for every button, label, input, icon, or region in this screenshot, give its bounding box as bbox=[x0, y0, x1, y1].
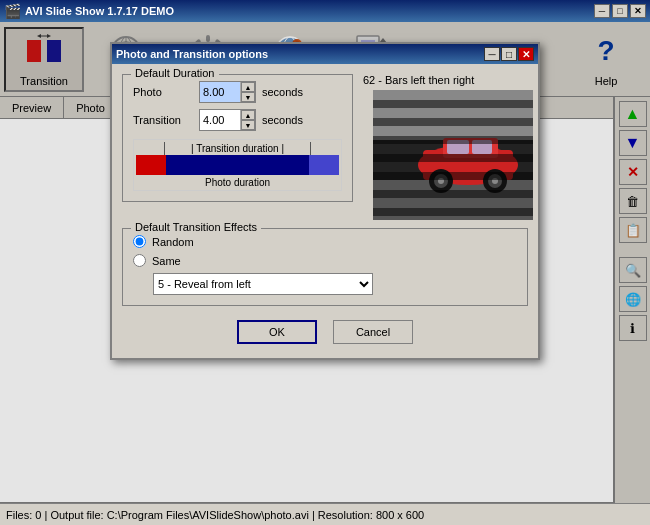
transition-input-container: ▲ ▼ bbox=[199, 109, 256, 131]
transition-spinners: ▲ ▼ bbox=[240, 110, 255, 130]
preview-image bbox=[373, 90, 533, 220]
dialog-body: Default Duration Photo ▲ ▼ s bbox=[112, 64, 538, 358]
photo-spinners: ▲ ▼ bbox=[240, 82, 255, 102]
minimize-button[interactable]: ─ bbox=[594, 4, 610, 18]
close-button[interactable]: ✕ bbox=[630, 4, 646, 18]
ok-button[interactable]: OK bbox=[237, 320, 317, 344]
title-bar: 🎬 AVI Slide Show 1.7.17 DEMO ─ □ ✕ bbox=[0, 0, 650, 22]
dialog-titlebar: Photo and Transition options ─ □ ✕ bbox=[112, 44, 538, 64]
transition-effects-group: Default Transition Effects Random Same 5… bbox=[122, 228, 528, 306]
svg-rect-34 bbox=[373, 90, 533, 140]
title-bar-buttons: ─ □ ✕ bbox=[594, 4, 646, 18]
photo-row: Photo ▲ ▼ seconds bbox=[133, 81, 342, 103]
dropdown-row: 5 - Reveal from left 1 - None 2 - Fade 3… bbox=[133, 273, 517, 295]
duration-bar bbox=[136, 155, 339, 175]
bar-transition-left bbox=[136, 155, 166, 175]
default-duration-group: Default Duration Photo ▲ ▼ s bbox=[122, 74, 353, 202]
app-title: AVI Slide Show 1.7.17 DEMO bbox=[25, 5, 174, 17]
title-bar-left: 🎬 AVI Slide Show 1.7.17 DEMO bbox=[4, 3, 174, 19]
transition-spin-down[interactable]: ▼ bbox=[241, 120, 255, 130]
transition-dropdown[interactable]: 5 - Reveal from left 1 - None 2 - Fade 3… bbox=[153, 273, 373, 295]
maximize-button[interactable]: □ bbox=[612, 4, 628, 18]
two-col-section: Default Duration Photo ▲ ▼ s bbox=[122, 74, 528, 220]
svg-rect-50 bbox=[373, 172, 533, 180]
app-icon: 🎬 bbox=[4, 3, 21, 19]
dialog-minimize-button[interactable]: ─ bbox=[484, 47, 500, 61]
duration-visual: | Transition duration | Photo duration bbox=[133, 139, 342, 191]
photo-spin-down[interactable]: ▼ bbox=[241, 92, 255, 102]
svg-rect-52 bbox=[373, 208, 533, 216]
transition-row-label: Transition bbox=[133, 114, 193, 126]
bar-transition-right bbox=[309, 155, 339, 175]
transition-unit: seconds bbox=[262, 114, 303, 126]
same-label: Same bbox=[152, 255, 181, 267]
same-radio[interactable] bbox=[133, 254, 146, 267]
status-text: Files: 0 | Output file: C:\Program Files… bbox=[6, 509, 424, 521]
photo-spin-up[interactable]: ▲ bbox=[241, 82, 255, 92]
dialog-maximize-button[interactable]: □ bbox=[501, 47, 517, 61]
svg-rect-47 bbox=[373, 118, 533, 126]
dialog-title-buttons: ─ □ ✕ bbox=[484, 47, 534, 61]
transition-effects-label: Default Transition Effects bbox=[131, 221, 261, 233]
photo-unit: seconds bbox=[262, 86, 303, 98]
svg-rect-51 bbox=[373, 190, 533, 198]
same-radio-row: Same bbox=[133, 254, 517, 267]
random-radio[interactable] bbox=[133, 235, 146, 248]
transition-spin-up[interactable]: ▲ bbox=[241, 110, 255, 120]
photo-input-container: ▲ ▼ bbox=[199, 81, 256, 103]
transition-value-input[interactable] bbox=[200, 110, 240, 130]
duration-group-label: Default Duration bbox=[131, 67, 219, 79]
photo-duration-label: Photo duration bbox=[136, 177, 339, 188]
transition-input-row: Transition ▲ ▼ seconds bbox=[133, 109, 342, 131]
dialog-title: Photo and Transition options bbox=[116, 48, 268, 60]
dialog: Photo and Transition options ─ □ ✕ Defau… bbox=[110, 42, 540, 360]
modal-overlay: Photo and Transition options ─ □ ✕ Defau… bbox=[0, 22, 650, 503]
bar-photo bbox=[166, 155, 309, 175]
photo-label: Photo bbox=[133, 86, 193, 98]
random-label: Random bbox=[152, 236, 194, 248]
preview-box bbox=[373, 90, 533, 220]
svg-rect-46 bbox=[373, 100, 533, 108]
status-bar: Files: 0 | Output file: C:\Program Files… bbox=[0, 503, 650, 525]
photo-value-input[interactable] bbox=[200, 82, 240, 102]
duration-section: Default Duration Photo ▲ ▼ s bbox=[122, 74, 353, 220]
preview-section: 62 - Bars left then right bbox=[363, 74, 528, 220]
preview-title: 62 - Bars left then right bbox=[363, 74, 528, 86]
cancel-button[interactable]: Cancel bbox=[333, 320, 413, 344]
dialog-close-button[interactable]: ✕ bbox=[518, 47, 534, 61]
random-radio-row: Random bbox=[133, 235, 517, 248]
svg-rect-48 bbox=[373, 136, 533, 144]
button-row: OK Cancel bbox=[122, 314, 528, 348]
transition-duration-label: | Transition duration | bbox=[164, 142, 311, 155]
svg-rect-49 bbox=[373, 154, 533, 162]
